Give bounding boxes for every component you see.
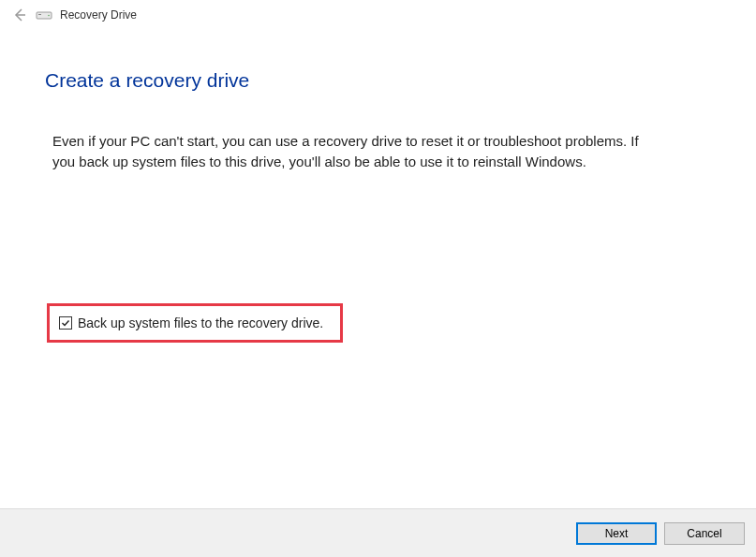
cancel-button[interactable]: Cancel — [664, 522, 745, 545]
svg-point-3 — [48, 15, 50, 17]
backup-checkbox-row[interactable]: Back up system files to the recovery dri… — [47, 303, 343, 343]
next-button[interactable]: Next — [576, 522, 657, 545]
footer-bar: Next Cancel — [0, 508, 756, 557]
checkbox-icon — [59, 316, 72, 330]
page-description: Even if your PC can't start, you can use… — [45, 131, 663, 172]
content-area: Create a recovery drive Even if your PC … — [0, 30, 756, 343]
checkbox-label: Back up system files to the recovery dri… — [78, 315, 323, 330]
svg-rect-2 — [38, 14, 41, 15]
page-heading: Create a recovery drive — [45, 69, 711, 92]
titlebar: Recovery Drive — [0, 0, 756, 30]
back-arrow-icon[interactable] — [11, 7, 28, 23]
window-title: Recovery Drive — [60, 8, 137, 22]
drive-icon — [36, 8, 52, 22]
